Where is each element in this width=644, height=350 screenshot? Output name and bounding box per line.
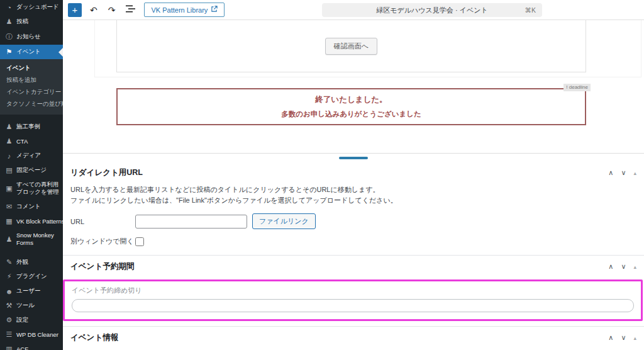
metabox-title: イベント予約期間 bbox=[70, 261, 134, 272]
metabox-move-down-button[interactable]: ∨ bbox=[621, 334, 626, 342]
blocks-icon: ▣ bbox=[5, 184, 13, 193]
metabox-title: リダイレクト用URL bbox=[70, 167, 143, 178]
media-icon: ♪ bbox=[5, 152, 13, 160]
sidebar-subitem[interactable]: イベントカテゴリー bbox=[0, 86, 63, 98]
acf-icon: ▥ bbox=[5, 345, 13, 350]
reservation-deadline-label: イベント予約締め切り bbox=[72, 286, 634, 295]
events-submenu: イベント 投稿を追加 イベントカテゴリー タクソノミーの並び順 bbox=[0, 59, 63, 115]
sidebar-item-label: コメント bbox=[16, 203, 41, 211]
sidebar-item[interactable]: ♟ Snow Monkey Forms bbox=[0, 229, 63, 251]
sidebar-item[interactable]: ▤ 固定ページ bbox=[0, 163, 63, 178]
sidebar-item-label: ユーザー bbox=[16, 287, 40, 295]
admin-menu-top: ◔ ダッシュボード ♟ 投稿 ⓘ お知らせ ⚑ イベント bbox=[0, 0, 63, 59]
undo-icon[interactable]: ↶ bbox=[87, 4, 100, 16]
metabox-move-down-button[interactable]: ∨ bbox=[621, 262, 626, 271]
sidebar-item[interactable]: ☻ ユーザー bbox=[0, 284, 63, 298]
redirect-description-line1: URLを入力すると最新記事リストなどに投稿のタイトルにクリックするとそのURLに… bbox=[70, 184, 636, 195]
metabox-toggle-button[interactable]: ▴ bbox=[633, 335, 636, 341]
sidebar-item-label: 固定ページ bbox=[16, 166, 47, 174]
sidebar-subitem[interactable]: イベント bbox=[0, 62, 63, 74]
metabox-move-up-button[interactable]: ∧ bbox=[608, 262, 613, 271]
metabox-header: リダイレクト用URL ∧ ∨ ▴ bbox=[63, 162, 644, 183]
sidebar-item[interactable]: ▥ ACF bbox=[0, 342, 63, 350]
sidebar-item-label: お知らせ bbox=[16, 33, 41, 41]
metabox-area: リダイレクト用URL ∧ ∨ ▴ URLを入力すると最新記事リストなどに投稿のタ… bbox=[63, 153, 644, 350]
sidebar-item-label: プラグイン bbox=[16, 273, 47, 281]
sidebar-item-label: 設定 bbox=[16, 316, 28, 324]
sidebar-item[interactable]: ☰ WP DB Cleaner bbox=[0, 327, 63, 342]
sidebar-item-label: ツール bbox=[16, 302, 35, 310]
sidebar-subitem[interactable]: 投稿を追加 bbox=[0, 74, 63, 86]
sidebar-item[interactable]: ⚑ イベント bbox=[0, 45, 63, 59]
sidebar-item[interactable]: ✎ 外観 bbox=[0, 255, 63, 269]
sidebar-item-label: CTA bbox=[16, 138, 28, 145]
info-icon: ⓘ bbox=[5, 32, 13, 42]
metabox-toggle-button[interactable]: ▴ bbox=[633, 264, 636, 270]
pages-icon: ▤ bbox=[5, 166, 13, 174]
document-title-button[interactable]: 緑区モデルハウス見学会 · イベント ⌘K bbox=[322, 3, 542, 17]
sidebar-item[interactable]: ⚙ 設定 bbox=[0, 313, 63, 327]
pin-icon: ♟ bbox=[5, 235, 13, 244]
sidebar-item[interactable]: ▣ すべての再利用ブロックを管理 bbox=[0, 178, 63, 200]
new-window-checkbox[interactable] bbox=[135, 237, 144, 246]
sidebar-item[interactable]: ⚡ プラグイン bbox=[0, 269, 63, 284]
sidebar-item-label: メディア bbox=[16, 152, 41, 160]
add-block-button[interactable]: + bbox=[68, 3, 82, 17]
metabox-move-up-button[interactable]: ∧ bbox=[608, 334, 613, 342]
sidebar-item-label: ACF bbox=[16, 346, 28, 350]
sidebar-subitem[interactable]: タクソノミーの並び順 bbox=[0, 98, 63, 110]
sidebar-item[interactable]: ⚒ ツール bbox=[0, 298, 63, 313]
sidebar-item-label: 投稿 bbox=[16, 18, 28, 26]
sidebar-item-label: WP DB Cleaner bbox=[16, 331, 58, 338]
sidebar-item[interactable]: ✉ コメント bbox=[0, 200, 63, 214]
redirect-description-line2: ファイルにリンクしたい場合は、"File Link"ボタンからファイルを選択して… bbox=[70, 195, 636, 206]
external-link-icon bbox=[211, 6, 218, 14]
sidebar-item[interactable]: ⓘ お知らせ bbox=[0, 29, 63, 45]
metabox-title: イベント情報 bbox=[70, 332, 118, 343]
sidebar-item-label: すべての再利用ブロックを管理 bbox=[16, 181, 60, 196]
dashboard-icon: ◔ bbox=[5, 4, 13, 11]
reservation-deadline-input[interactable] bbox=[72, 299, 634, 312]
vk-pattern-library-button[interactable]: VK Pattern Library bbox=[144, 3, 225, 17]
metabox-move-down-button[interactable]: ∨ bbox=[621, 169, 626, 177]
sidebar-item[interactable]: ▦ VK Block Patterns bbox=[0, 214, 63, 229]
sidebar-item[interactable]: ♪ メディア bbox=[0, 149, 63, 163]
url-input[interactable] bbox=[135, 215, 247, 229]
pin-icon: ♟ bbox=[5, 18, 13, 26]
plugin-icon: ⚡ bbox=[5, 273, 13, 281]
editor-toolbar: + ↶ ↷ VK Pattern Library 緑区モデルハウス見学会 · イ… bbox=[63, 0, 644, 20]
metabox-event-reservation: イベント予約期間 ∧ ∨ ▴ イベント予約締め切り bbox=[63, 256, 644, 327]
url-field-label: URL bbox=[70, 218, 135, 225]
metabox-header: イベント予約期間 ∧ ∨ ▴ bbox=[63, 256, 644, 277]
sidebar-item[interactable]: ♟ CTA bbox=[0, 134, 63, 149]
sidebar-item[interactable]: ♟ 投稿 bbox=[0, 14, 63, 29]
metabox-toggle-button[interactable]: ▴ bbox=[633, 170, 636, 176]
list-view-icon[interactable] bbox=[123, 3, 138, 16]
sidebar-item-label: 施工事例 bbox=[16, 123, 40, 131]
editor-canvas: 確認画面へ ! deadline 終了いたしました。 多数のお申し込みありがとう… bbox=[63, 20, 644, 153]
annotation-highlight-box: イベント予約締め切り bbox=[63, 279, 643, 321]
tools-icon: ⚒ bbox=[5, 302, 13, 310]
settings-icon: ⚙ bbox=[5, 316, 13, 324]
patterns-icon: ▦ bbox=[5, 217, 13, 225]
redo-icon[interactable]: ↷ bbox=[106, 4, 118, 16]
sidebar-item[interactable]: ♟ 施工事例 bbox=[0, 120, 63, 134]
confirm-screen-button[interactable]: 確認画面へ bbox=[325, 38, 377, 55]
pin-icon: ♟ bbox=[5, 137, 13, 145]
deadline-notice-block: ! deadline 終了いたしました。 多数のお申し込みありがとうございました bbox=[116, 88, 586, 125]
command-shortcut: ⌘K bbox=[525, 6, 536, 14]
metabox-redirect-url: リダイレクト用URL ∧ ∨ ▴ URLを入力すると最新記事リストなどに投稿のタ… bbox=[63, 162, 644, 256]
flag-icon: ⚑ bbox=[5, 48, 13, 56]
metabox-event-info: イベント情報 ∧ ∨ ▴ 開催日 bbox=[63, 327, 644, 350]
sidebar-item[interactable]: ◔ ダッシュボード bbox=[0, 0, 63, 14]
sidebar-item-label: Snow Monkey Forms bbox=[16, 232, 60, 247]
comments-icon: ✉ bbox=[5, 203, 13, 211]
deadline-block-badge: ! deadline bbox=[564, 84, 591, 91]
new-window-label: 別ウィンドウで開く bbox=[70, 237, 135, 246]
users-icon: ☻ bbox=[5, 288, 13, 295]
file-link-button[interactable]: ファイルリンク bbox=[252, 213, 316, 229]
metabox-resize-handle[interactable] bbox=[339, 157, 368, 159]
metabox-move-up-button[interactable]: ∧ bbox=[608, 169, 613, 177]
deadline-message-line1: 終了いたしました。 bbox=[118, 94, 585, 105]
sidebar-item-label: 外観 bbox=[16, 258, 28, 266]
